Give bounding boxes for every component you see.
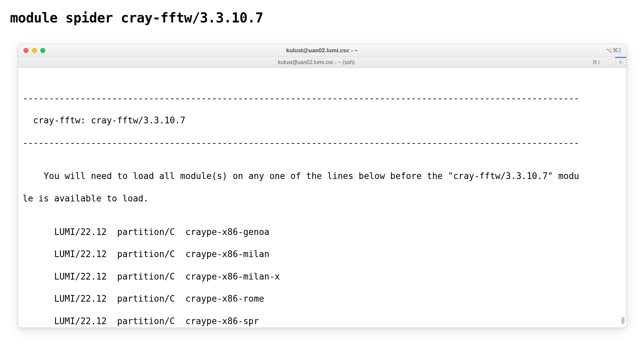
terminal-line: ----------------------------------------… [23, 93, 622, 104]
tab-ssh[interactable]: kulust@uan02.lumi.csc - ~ (ssh) ⌘1 [18, 57, 615, 67]
window-title: kulust@uan02.lumi.csc - ~ [286, 47, 358, 54]
title-bar: kulust@uan02.lumi.csc - ~ ⌥⌘2 [18, 44, 626, 57]
module-intro: le is available to load. [23, 193, 622, 204]
maximize-icon[interactable] [40, 48, 45, 53]
plus-icon: + [619, 58, 623, 67]
module-row: LUMI/22.12 partition/C craype-x86-spr [23, 316, 622, 327]
close-icon[interactable] [23, 48, 29, 53]
terminal-window: kulust@uan02.lumi.csc - ~ ⌥⌘2 kulust@uan… [18, 44, 627, 328]
module-row: LUMI/22.12 partition/C craype-x86-milan-… [23, 271, 622, 282]
module-header: cray-fftw: cray-fftw/3.3.10.7 [23, 115, 622, 126]
tab-bar: kulust@uan02.lumi.csc - ~ (ssh) ⌘1 + [18, 57, 626, 68]
tab-label: kulust@uan02.lumi.csc - ~ (ssh) [278, 59, 355, 65]
terminal-body[interactable]: ----------------------------------------… [18, 68, 626, 327]
window-shortcut: ⌥⌘2 [606, 47, 621, 54]
terminal-line: ----------------------------------------… [23, 137, 622, 148]
tab-shortcut: ⌘1 [592, 59, 600, 65]
traffic-lights [18, 48, 45, 53]
page-heading: module spider cray-fftw/3.3.10.7 [10, 10, 634, 25]
module-row: LUMI/22.12 partition/C craype-x86-genoa [23, 227, 622, 238]
minimize-icon[interactable] [32, 48, 37, 53]
scrollbar-thumb[interactable] [622, 317, 625, 324]
module-intro: You will need to load all module(s) on a… [23, 171, 622, 182]
module-row: LUMI/22.12 partition/C craype-x86-rome [23, 293, 622, 304]
module-row: LUMI/22.12 partition/C craype-x86-milan [23, 249, 622, 260]
tab-accent [615, 57, 626, 58]
new-tab-button[interactable]: + [615, 57, 626, 67]
